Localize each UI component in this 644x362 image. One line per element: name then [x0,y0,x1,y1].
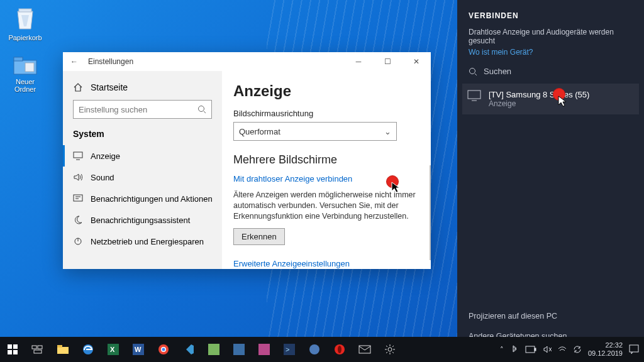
svg-point-32 [309,344,319,354]
svg-rect-10 [8,344,12,349]
svg-point-34 [338,346,341,353]
where-device-link[interactable]: Wo ist mein Gerät? [469,48,633,57]
svg-rect-14 [32,346,36,349]
home-icon [73,82,83,92]
nav-power[interactable]: Netzbetrieb und Energiesparen [73,231,222,252]
back-arrow-icon[interactable]: ← [70,57,78,66]
app-icon [309,344,320,355]
project-to-pc[interactable]: Projizieren auf diesen PC [469,312,633,321]
nav-display[interactable]: Anzeige [63,145,222,167]
advanced-display-link[interactable]: Erweiterte Anzeigeeinstellungen [233,259,350,268]
volume-icon[interactable] [543,345,552,354]
action-center-icon[interactable] [629,344,639,354]
orientation-label: Bildschirmausrichtung [233,109,419,118]
svg-rect-35 [359,346,370,353]
tv-icon [467,90,481,101]
tray-chevron-icon[interactable]: ˄ [500,346,504,354]
svg-rect-0 [19,9,31,12]
page-heading: Anzeige [233,82,419,100]
nav-sound[interactable]: Sound [73,167,222,188]
svg-rect-27 [208,344,219,355]
connect-status: Drahtlose Anzeige und Audiogeräte werden… [469,28,633,45]
recycle-bin-label: Papierkorb [8,34,42,41]
nav-focus-assist[interactable]: Benachrichtigungsassistent [73,209,222,231]
detect-button[interactable]: Erkennen [233,228,285,245]
clock[interactable]: 22:32 09.12.2019 [588,341,623,357]
paint-icon [258,344,270,355]
powershell-icon: > [284,344,295,355]
connect-wireless-link[interactable]: Mit drahtloser Anzeige verbinden [233,174,352,184]
scrollbar[interactable] [430,165,431,260]
wifi-icon[interactable] [558,345,567,354]
window-titlebar[interactable]: ← Einstellungen ─ ☐ ✕ [63,52,431,71]
start-button[interactable] [0,337,25,362]
opera-icon [334,344,345,355]
svg-point-8 [470,68,475,74]
chevron-down-icon: ⌄ [384,127,391,136]
app-icon [208,344,219,355]
svg-rect-18 [57,345,62,348]
svg-rect-2 [14,57,23,61]
moon-icon [73,216,83,224]
display-icon [73,151,83,160]
app-icon-1[interactable] [201,337,226,362]
gear-icon [384,344,396,355]
settings-main: Anzeige Bildschirmausrichtung Querformat… [222,71,431,269]
connect-search[interactable]: Suchen [469,67,633,76]
multiple-displays-heading: Mehrere Bildschirme [233,153,419,167]
settings-button[interactable] [377,337,402,362]
svg-rect-3 [25,63,34,72]
power-icon [73,237,83,246]
desktop-icon-new-folder[interactable]: Neuer Ordner [6,55,44,93]
chrome-button[interactable] [151,337,176,362]
desktop-icon-recycle-bin[interactable]: Papierkorb [6,6,44,41]
folder-icon [13,55,38,75]
edge-button[interactable] [75,337,101,362]
sound-icon [73,173,83,182]
bluetooth-icon[interactable] [510,345,519,354]
app-icon-3[interactable] [302,337,327,362]
app-icon [233,344,245,355]
svg-text:X: X [110,346,115,353]
svg-rect-39 [630,345,638,352]
svg-point-26 [162,348,165,351]
excel-button[interactable]: X [101,337,126,362]
svg-rect-28 [233,344,245,355]
nav-notifications[interactable]: Benachrichtigungen und Aktionen [73,188,222,209]
word-button[interactable]: W [126,337,151,362]
sync-icon[interactable] [573,345,582,354]
svg-rect-17 [57,347,69,354]
system-tray[interactable]: ˄ 22:32 09.12.2019 [500,341,644,357]
recycle-bin-icon [14,6,36,31]
close-button[interactable]: ✕ [402,52,431,71]
svg-rect-11 [13,344,18,349]
maximize-button[interactable]: ☐ [373,52,402,71]
vscode-button[interactable] [176,337,201,362]
powershell-button[interactable]: > [277,337,302,362]
app-icon-2[interactable] [226,337,252,362]
device-name: [TV] Samsung 8 Series (55) [489,90,589,99]
explorer-button[interactable] [50,337,75,362]
device-row-tv[interactable]: [TV] Samsung 8 Series (55) Anzeige [462,84,639,114]
mail-button[interactable] [352,337,377,362]
svg-rect-5 [74,152,82,158]
excel-icon: X [108,344,119,355]
svg-rect-6 [74,195,82,201]
sidebar-group: System [73,129,222,139]
settings-search[interactable]: Einstellung suchen [73,100,212,119]
battery-icon[interactable] [525,346,536,353]
svg-rect-16 [34,350,42,353]
taskview-icon [31,345,44,354]
window-title: Einstellungen [88,57,133,66]
sidebar-home[interactable]: Startseite [73,79,222,100]
settings-sidebar: Startseite Einstellung suchen System Anz… [63,71,222,269]
taskbar[interactable]: X W > ˄ 22:32 09.12.2019 [0,337,644,362]
minimize-button[interactable]: ─ [344,52,373,71]
opera-button[interactable] [327,337,352,362]
paint-button[interactable] [252,337,277,362]
connect-title: VERBINDEN [469,11,633,20]
orientation-select[interactable]: Querformat ⌄ [233,122,397,141]
svg-rect-37 [526,346,535,353]
svg-point-36 [388,348,392,351]
taskview-button[interactable] [25,337,50,362]
